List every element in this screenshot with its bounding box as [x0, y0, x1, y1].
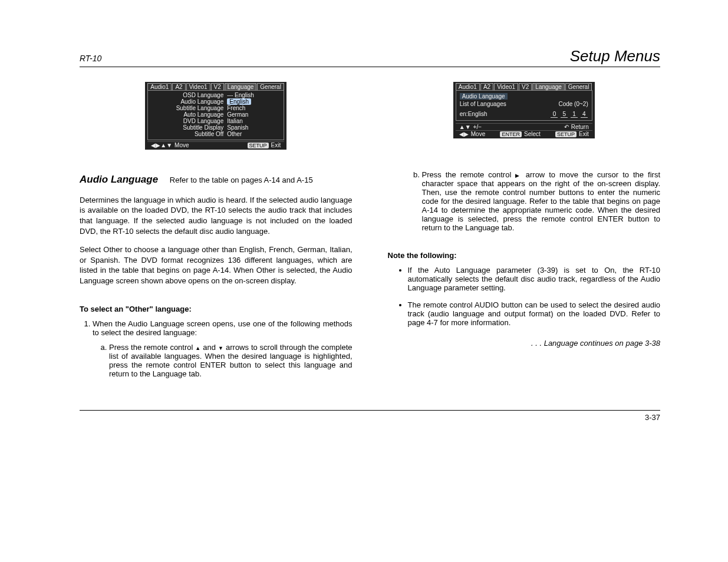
osd-tab-selected: Language — [225, 83, 257, 90]
osd-row-label: Audio Language — [153, 98, 227, 105]
page-header: RT-10 Setup Menus — [80, 47, 660, 67]
page-number: 3-37 — [645, 413, 660, 422]
osd-tab: General — [565, 83, 592, 90]
text-part: Press the remote control — [109, 343, 195, 352]
setup-pill: SETUP — [555, 131, 577, 137]
subheading: To select an "Other" language: — [80, 305, 353, 313]
code-digit: 4 — [581, 111, 588, 118]
osd-code-label: Code (0~2) — [558, 101, 588, 107]
osd-foot-label: Exit — [271, 142, 281, 148]
substep-b: Press the remote control ▶ arrow to move… — [422, 170, 661, 232]
osd-list-label: List of Languages — [460, 101, 506, 107]
substep-a: Press the remote control ▲ and ▼ arrows … — [109, 343, 353, 378]
osd-en-label: en:English — [460, 111, 487, 118]
hdr-left: RT-10 — [80, 54, 101, 63]
osd-tab: General — [257, 83, 284, 90]
osd-row-label: Subtitle Language — [153, 105, 227, 111]
osd-foot-label: Return — [571, 124, 589, 130]
hdr-right: Setup Menus — [570, 47, 660, 65]
osd-foot-label: +/− — [473, 124, 482, 130]
osd-row-value: German — [227, 111, 279, 118]
code-digit: 1 — [571, 111, 578, 118]
osd-audio-language-entry: Audio1 A2 Video1 V2 Language General Aud… — [453, 82, 595, 138]
osd-row-value: Other — [227, 131, 279, 137]
text-part: Press the remote control — [422, 170, 516, 179]
osd-row-value: Spanish — [227, 124, 279, 131]
osd-tab: Video1 — [186, 83, 210, 90]
bullet-item: If the Auto Language parameter (3-39) is… — [408, 266, 661, 292]
osd-tab: V2 — [211, 83, 224, 90]
osd-foot-label: Select — [524, 131, 541, 137]
setup-pill: SETUP — [248, 143, 269, 148]
osd-row-value: French — [227, 105, 279, 111]
osd-row-value: --- English — [227, 92, 279, 98]
step-item: When the Audio Language screen opens, us… — [93, 319, 353, 378]
osd-tab: V2 — [519, 83, 532, 90]
right-arrow-icon: ▶ — [515, 173, 521, 178]
osd-tab: Audio1 — [456, 83, 480, 90]
para: Select Other to choose a language other … — [80, 244, 353, 286]
osd-row-label: Auto Language — [153, 111, 227, 118]
osd-row-label: DVD Language — [153, 118, 227, 124]
note-heading: Note the following: — [388, 251, 661, 260]
text-part: arrow to move the cursor to the first ch… — [422, 170, 661, 232]
osd-tabs: Audio1 A2 Video1 V2 Language General — [453, 82, 595, 90]
osd-foot-label: Move — [471, 131, 485, 137]
osd-code-boxes: 0 5 1 4 — [550, 111, 588, 118]
osd-row-label: OSD Language — [153, 92, 227, 98]
osd-row-value-selected: English — [227, 98, 251, 105]
osd-row-label: Subtitle Off — [153, 131, 227, 137]
page-footer: 3-37 — [80, 410, 660, 422]
osd-subtitle: Audio Language — [460, 93, 508, 100]
code-digit: 0 — [551, 111, 558, 118]
osd-language-menu: Audio1 A2 Video1 V2 Language General OSD… — [145, 82, 286, 150]
osd-row-value: Italian — [227, 118, 279, 124]
section-lead: Audio Language Refer to the table on pag… — [80, 173, 353, 187]
leftright-icon: ◀▶ — [459, 131, 469, 137]
osd-foot-label: Move — [174, 142, 189, 148]
continues-note: . . . Language continues on page 3-38 — [388, 339, 661, 348]
osd-tab: A2 — [480, 83, 493, 90]
arrows-icon: ◀▶▲▼ — [151, 142, 172, 148]
updown-icon: ▲▼ — [459, 124, 471, 130]
section-subtitle: Refer to the table on pages A-14 and A-1… — [170, 176, 313, 184]
down-arrow-icon: ▼ — [218, 345, 223, 351]
code-digit: 5 — [561, 111, 568, 118]
para: Determines the language in which audio i… — [80, 195, 353, 236]
section-title: Audio Language — [80, 174, 158, 185]
osd-row-label: Subtitle Display — [153, 124, 227, 131]
step-text: When the Audio Language screen opens, us… — [93, 319, 353, 337]
osd-tab-selected: Language — [532, 83, 565, 90]
up-arrow-icon: ▲ — [195, 345, 200, 351]
osd-tabs: Audio1 A2 Video1 V2 Language General — [145, 82, 286, 90]
osd-tab: A2 — [172, 83, 185, 90]
bullet-item: The remote control AUDIO button can be u… — [408, 300, 661, 327]
osd-tab: Audio1 — [147, 83, 172, 90]
osd-tab: Video1 — [494, 83, 518, 90]
osd-foot-label: Exit — [579, 131, 589, 137]
enter-pill: ENTER — [500, 131, 522, 137]
return-icon: ↶ — [564, 124, 569, 130]
